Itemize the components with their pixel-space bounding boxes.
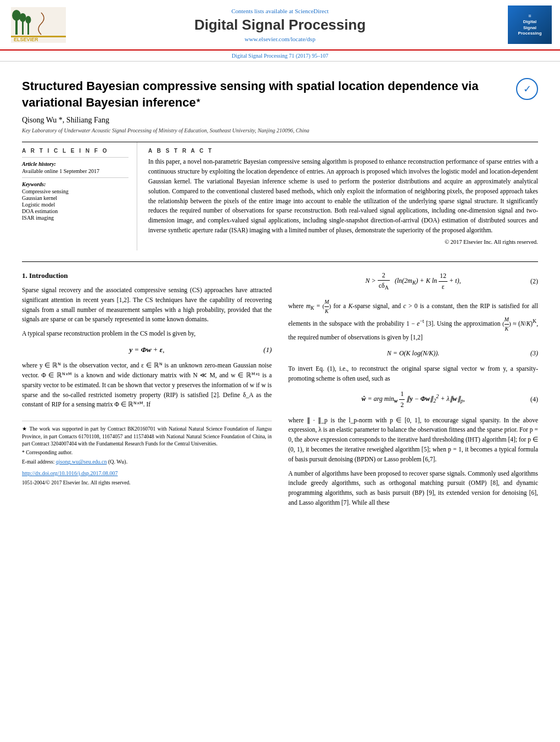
eq4-formula: ŵ = arg minw 1 2 ‖y − Φw‖22 + λ‖w‖p, <box>361 395 464 403</box>
svg-rect-3 <box>22 21 24 35</box>
eq2-number: (2) <box>530 276 538 287</box>
affiliation-line: Key Laboratory of Underwater Acoustic Si… <box>22 127 538 133</box>
badge-line2: Signal <box>523 25 536 31</box>
keyword-2: Gaussian kernel <box>22 195 128 201</box>
keyword-3: Logistic model <box>22 202 128 208</box>
svg-point-6 <box>26 16 31 24</box>
abstract-col: A B S T R A C T In this paper, a novel n… <box>137 142 538 250</box>
eq4-number: (4) <box>530 394 538 405</box>
info-divider-2 <box>22 177 128 178</box>
equation-1: y = Φw + ε, (1) <box>22 344 272 355</box>
badge-line1: Digital <box>523 19 536 25</box>
article-meta-row: A R T I C L E I N F O Article history: A… <box>22 142 538 250</box>
right-para3: where ‖ · ‖_p is the l_p-norm with p ∈ [… <box>288 416 538 465</box>
keywords-label: Keywords: <box>22 181 128 187</box>
issn-line: 1051-2004/© 2017 Elsevier Inc. All right… <box>22 479 272 487</box>
article-info-col: A R T I C L E I N F O Article history: A… <box>22 142 137 250</box>
section-number: 1. <box>22 271 27 280</box>
right-para4: A number of algorithms have been propose… <box>288 469 538 508</box>
journal-badge: ≡ Digital Signal Processing <box>508 5 552 44</box>
abstract-text: In this paper, a novel non-parametric Ba… <box>148 157 538 236</box>
journal-url-link[interactable]: www.elsevier.com/locate/dsp <box>245 36 316 42</box>
left-body-col: 1. Introduction Sparse signal recovery a… <box>22 270 272 512</box>
journal-header: ELSEVIER Contents lists available at Sci… <box>0 0 560 51</box>
crossmark-icon: ✓ <box>523 83 531 95</box>
available-online: Available online 1 September 2017 <box>22 168 128 174</box>
eq1-number: (1) <box>264 344 272 355</box>
elsevier-logo: ELSEVIER <box>11 7 66 43</box>
eq1-formula: y = Φw + ε, <box>130 345 165 354</box>
equation-4: ŵ = arg minw 1 2 ‖y − Φw‖22 + λ‖w‖p, (4) <box>288 389 538 410</box>
svg-rect-5 <box>27 23 29 35</box>
badge-line3: Processing <box>518 31 541 36</box>
star-footnote: ★ The work was supported in part by Cont… <box>22 426 272 448</box>
right-para1: where mK = (MK) for a K-sparse signal, a… <box>288 298 538 343</box>
history-label: Article history: <box>22 161 128 167</box>
intro-para1: Sparse signal recovery and the associate… <box>22 286 272 325</box>
email-label: E-mail address: <box>22 459 54 465</box>
article-title-text: Structured Bayesian compressive sensing … <box>22 79 478 109</box>
article-content: Structured Bayesian compressive sensing … <box>0 62 560 523</box>
svg-point-2 <box>12 10 21 21</box>
article-title: Structured Bayesian compressive sensing … <box>22 78 508 110</box>
title-section: Structured Bayesian compressive sensing … <box>22 78 538 110</box>
equation-2: N > 2 cδA (ln(2mK) + K ln 12 ε + t), <box>288 270 538 292</box>
doi-link[interactable]: http://dx.doi.org/10.1016/j.dsp.2017.08.… <box>22 469 272 478</box>
right-para2: To invert Eq. (1), i.e., to reconstruct … <box>288 364 538 384</box>
email-footnote: E-mail address: qisong.wu@seu.edu.cn (Q.… <box>22 458 272 466</box>
section-title: Introduction <box>29 271 68 280</box>
sciencedirect-link: Contents lists available at ScienceDirec… <box>231 8 328 14</box>
keyword-4: DOA estimation <box>22 208 128 214</box>
journal-title: Digital Signal Processing <box>194 16 366 34</box>
article-info-label: A R T I C L E I N F O <box>22 148 128 154</box>
authors-text: Qisong Wu *, Shiliang Fang <box>22 116 109 124</box>
email-link[interactable]: qisong.wu@seu.edu.cn <box>56 459 107 465</box>
header-right: ≡ Digital Signal Processing <box>491 5 552 44</box>
crossmark-badge[interactable]: ✓ <box>516 78 538 100</box>
elsevier-logo-area: ELSEVIER <box>8 5 69 44</box>
body-divider <box>22 261 538 262</box>
keyword-1: Compressive sensing <box>22 188 128 194</box>
sciencedirect-link-text[interactable]: ScienceDirect <box>295 8 329 14</box>
abstract-label: A B S T R A C T <box>148 148 538 154</box>
journal-url: www.elsevier.com/locate/dsp <box>245 36 316 42</box>
info-divider-1 <box>22 157 128 158</box>
eq3-formula: N = O(K log(N/K)). <box>387 349 439 357</box>
affiliation-text: Key Laboratory of Underwater Acoustic Si… <box>22 127 309 133</box>
corresponding-footnote: * Corresponding author. <box>22 449 272 456</box>
authors-line: Qisong Wu *, Shiliang Fang <box>22 116 538 125</box>
page-container: ELSEVIER Contents lists available at Sci… <box>0 0 560 523</box>
keyword-5: ISAR imaging <box>22 215 128 221</box>
contents-label: Contents lists available at <box>231 8 293 14</box>
intro-heading: 1. Introduction <box>22 270 272 281</box>
badge-icon: ≡ <box>528 13 531 20</box>
intro-para3: where y ∈ ℝᴺ is the observation vector, … <box>22 361 272 410</box>
copyright-line: © 2017 Elsevier Inc. All rights reserved… <box>148 239 538 245</box>
eq3-number: (3) <box>530 348 538 359</box>
body-columns: 1. Introduction Sparse signal recovery a… <box>22 270 538 512</box>
svg-text:ELSEVIER: ELSEVIER <box>14 37 38 42</box>
header-center: Contents lists available at ScienceDirec… <box>69 5 491 44</box>
equation-3: N = O(K log(N/K)). (3) <box>288 348 538 359</box>
article-footer: ★ The work was supported in part by Cont… <box>22 421 272 487</box>
top-reference: Digital Signal Processing 71 (2017) 95–1… <box>0 51 560 62</box>
title-star: ★ <box>196 97 200 103</box>
svg-point-4 <box>20 13 26 22</box>
intro-para2: A typical sparse reconstruction problem … <box>22 329 272 339</box>
email-name: (Q. Wu). <box>108 459 127 465</box>
eq2-formula: N > 2 cδA (ln(2mK) + K ln 12 ε + t), <box>366 277 461 284</box>
right-body-col: N > 2 cδA (ln(2mK) + K ln 12 ε + t), <box>288 270 538 512</box>
